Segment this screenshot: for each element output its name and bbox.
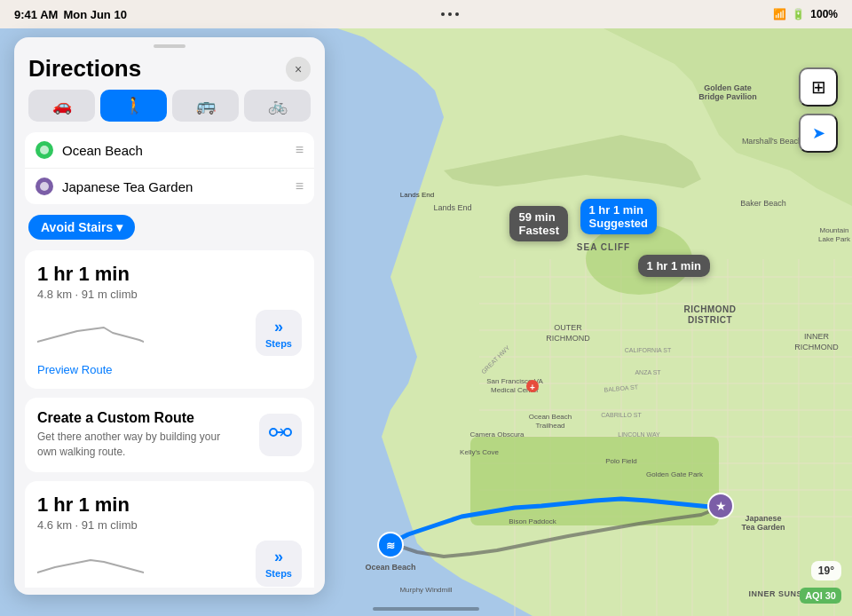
temperature-value: 19°: [818, 565, 834, 577]
svg-text:Baker Beach: Baker Beach: [740, 199, 786, 208]
svg-text:SEA CLIFF: SEA CLIFF: [577, 242, 630, 252]
temperature-badge: 19°: [811, 561, 841, 580]
waypoint-start-dot: [36, 141, 53, 159]
svg-text:≋: ≋: [386, 540, 395, 552]
route2-body: » Steps: [37, 541, 302, 587]
svg-text:Golden Gate: Golden Gate: [704, 83, 752, 92]
panel-header: Directions ×: [14, 51, 325, 90]
svg-text:Ocean Beach: Ocean Beach: [365, 563, 415, 572]
status-bar-right: 📶 🔋 100%: [773, 8, 838, 20]
status-date: Mon Jun 10: [63, 8, 127, 21]
svg-rect-21: [470, 437, 719, 525]
route2-details: 4.6 km · 91 m climb: [37, 518, 302, 532]
route2-steps-label: Steps: [265, 568, 292, 579]
svg-text:Golden Gate Park: Golden Gate Park: [646, 470, 704, 478]
custom-route-title: Create a Custom Route: [37, 410, 233, 426]
svg-text:+: +: [530, 383, 535, 392]
route-card-1[interactable]: 1 hr 1 min 4.8 km · 91 m climb » Steps P…: [25, 250, 314, 389]
callout-fastest-label: Fastest: [518, 224, 559, 237]
svg-point-64: [40, 146, 49, 154]
status-time: 9:41 AM: [14, 8, 58, 21]
route1-elevation: [37, 317, 256, 349]
status-bar-center: [441, 12, 459, 16]
route1-preview-link[interactable]: Preview Route: [37, 363, 302, 376]
route-card-2[interactable]: 1 hr 1 min 4.6 km · 91 m climb » Steps P…: [25, 481, 314, 588]
custom-route-card[interactable]: Create a Custom Route Get there another …: [25, 398, 314, 472]
svg-text:RICHMOND: RICHMOND: [794, 343, 839, 351]
svg-text:Bison Paddock: Bison Paddock: [509, 517, 556, 525]
map-layers-button[interactable]: ⊞: [799, 67, 838, 107]
panel-handle: [154, 44, 185, 48]
waypoint-end-row[interactable]: Japanese Tea Garden ≡: [25, 169, 314, 204]
route2-elevation: [37, 548, 256, 580]
custom-route-description: Get there another way by building your o…: [37, 430, 233, 460]
callout-route-alt[interactable]: 1 hr 1 min: [638, 255, 710, 277]
transport-cycle-button[interactable]: 🚲: [244, 90, 311, 122]
waypoint-start-row[interactable]: Ocean Beach ≡: [25, 132, 314, 169]
directions-panel: Directions × 🚗 🚶 🚌 🚲 Ocean Beach ≡: [14, 37, 325, 595]
svg-text:Kelly's Cove: Kelly's Cove: [460, 448, 499, 456]
transport-transit-button[interactable]: 🚌: [172, 90, 239, 122]
dot2: [448, 12, 452, 16]
route1-body: » Steps: [37, 310, 302, 356]
svg-point-65: [40, 182, 49, 191]
svg-text:Lands End: Lands End: [400, 191, 434, 199]
map-location-button[interactable]: ➤: [799, 114, 838, 153]
avoid-stairs-label: Avoid Stairs: [41, 220, 113, 234]
aqi-value: AQI 30: [805, 590, 836, 601]
svg-text:CALIFORNIA ST: CALIFORNIA ST: [625, 347, 672, 353]
route2-time: 1 hr 1 min: [37, 494, 302, 517]
cycle-icon: 🚲: [268, 96, 288, 115]
walk-icon: 🚶: [124, 96, 144, 115]
svg-text:OUTER: OUTER: [554, 323, 582, 332]
waypoint-start-label: Ocean Beach: [62, 143, 287, 158]
close-button[interactable]: ×: [286, 57, 311, 82]
filter-row: Avoid Stairs ▾: [14, 213, 325, 250]
status-bar: 9:41 AM Mon Jun 10 📶 🔋 100%: [0, 0, 852, 28]
svg-text:Lands End: Lands End: [433, 203, 471, 212]
avoid-stairs-button[interactable]: Avoid Stairs ▾: [28, 215, 135, 240]
svg-text:LINCOLN WAY: LINCOLN WAY: [618, 431, 660, 438]
dot3: [455, 12, 459, 16]
transport-modes: 🚗 🚶 🚌 🚲: [14, 90, 325, 132]
svg-text:Tea Garden: Tea Garden: [742, 523, 785, 532]
svg-text:Camera Obscura: Camera Obscura: [470, 430, 525, 438]
transit-icon: 🚌: [196, 96, 216, 115]
route1-time: 1 hr 1 min: [37, 263, 302, 286]
svg-text:Murphy Windmill: Murphy Windmill: [399, 586, 452, 594]
routes-scroll-area[interactable]: 1 hr 1 min 4.8 km · 91 m climb » Steps P…: [14, 250, 325, 588]
svg-text:Ocean Beach: Ocean Beach: [529, 413, 572, 421]
svg-text:DISTRICT: DISTRICT: [688, 315, 732, 325]
battery-level: 100%: [810, 8, 838, 20]
svg-text:★: ★: [715, 499, 727, 513]
custom-route-icon: [259, 414, 302, 456]
svg-text:Polo Field: Polo Field: [605, 457, 637, 465]
waypoint-end-label: Japanese Tea Garden: [62, 179, 287, 194]
svg-point-67: [284, 429, 291, 436]
callout-alt-time: 1 hr 1 min: [647, 259, 701, 272]
custom-route-glyph: [268, 420, 293, 450]
waypoints-list: Ocean Beach ≡ Japanese Tea Garden ≡: [25, 132, 314, 204]
car-icon: 🚗: [52, 96, 72, 115]
waypoint-end-dot: [36, 178, 53, 195]
route1-steps-label: Steps: [265, 338, 292, 349]
callout-fastest-time: 59 min: [518, 210, 555, 224]
svg-text:Mountain: Mountain: [820, 226, 849, 234]
callout-fastest[interactable]: 59 min Fastest: [509, 206, 568, 241]
transport-car-button[interactable]: 🚗: [28, 90, 95, 122]
svg-text:Japanese: Japanese: [745, 514, 781, 523]
route2-steps-button[interactable]: » Steps: [256, 541, 302, 587]
transport-walk-button[interactable]: 🚶: [100, 90, 167, 122]
route1-steps-button[interactable]: » Steps: [256, 310, 302, 356]
callout-suggested[interactable]: 1 hr 1 min Suggested: [580, 199, 657, 234]
location-icon: ➤: [812, 123, 825, 143]
layers-icon: ⊞: [811, 76, 826, 98]
wifi-icon: 📶: [773, 8, 786, 20]
svg-text:Marshall's Beach: Marshall's Beach: [742, 137, 802, 146]
status-bar-left: 9:41 AM Mon Jun 10: [14, 8, 127, 21]
waypoint-start-reorder-icon: ≡: [296, 142, 304, 158]
svg-text:INNER: INNER: [804, 332, 830, 341]
avoid-chevron-icon: ▾: [116, 220, 122, 234]
steps2-chevron-icon: »: [274, 548, 283, 566]
waypoint-end-reorder-icon: ≡: [296, 178, 304, 194]
